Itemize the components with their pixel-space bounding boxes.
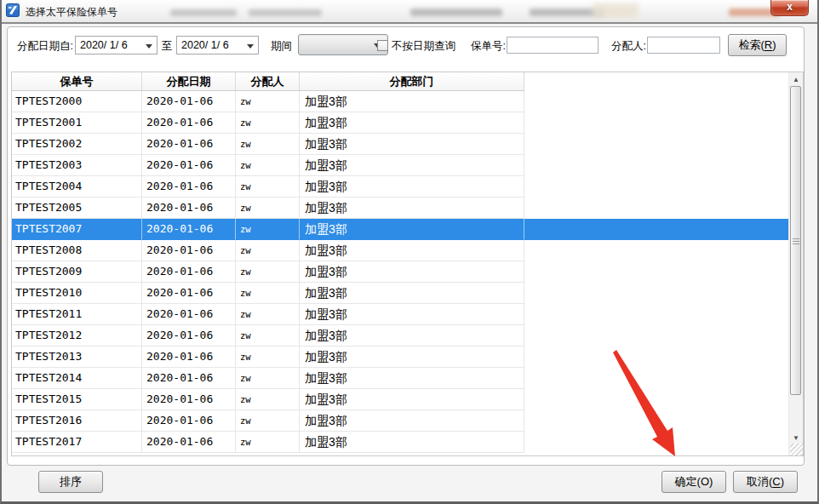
cell-dept: 加盟3部: [300, 432, 524, 453]
cell-date: 2020-01-06: [142, 410, 236, 432]
cell-dept: 加盟3部: [300, 112, 524, 134]
search-button-label: ): [772, 38, 776, 51]
table-row[interactable]: TPTEST20012020-01-06zw加盟3部: [12, 112, 789, 134]
column-header-assignee[interactable]: 分配人: [236, 72, 300, 91]
cell-policy: TPTEST2014: [12, 368, 142, 389]
cell-dept: 加盟3部: [300, 240, 524, 261]
scrollbar-up-icon[interactable]: ▲: [789, 75, 803, 85]
table-row[interactable]: TPTEST20042020-01-06zw加盟3部: [12, 176, 789, 198]
table-row[interactable]: TPTEST20092020-01-06zw加盟3部: [12, 261, 789, 283]
table-row[interactable]: TPTEST20032020-01-06zw加盟3部: [12, 155, 789, 176]
cell-dept: 加盟3部: [300, 410, 524, 432]
date-to-value: 2020/ 1/ 6: [181, 39, 229, 51]
cell-assignee: zw: [236, 261, 300, 283]
cell-policy: TPTEST2007: [12, 219, 142, 240]
cell-dept: 加盟3部: [300, 368, 524, 389]
table-row[interactable]: TPTEST20022020-01-06zw加盟3部: [12, 134, 789, 155]
date-to-picker[interactable]: 2020/ 1/ 6: [176, 36, 259, 54]
cell-date: 2020-01-06: [142, 155, 236, 176]
chevron-down-icon[interactable]: [247, 44, 254, 49]
cell-date: 2020-01-06: [142, 346, 236, 368]
column-header-filler: [524, 72, 789, 91]
search-button[interactable]: 检索(R): [728, 34, 787, 56]
cancel-button[interactable]: 取消(C): [733, 471, 798, 493]
cell-assignee: zw: [236, 410, 300, 432]
cell-dept: 加盟3部: [300, 219, 524, 240]
search-button-label: 检索(: [738, 38, 764, 51]
cell-assignee: zw: [236, 91, 300, 112]
cell-policy: TPTEST2005: [12, 198, 142, 219]
table-row[interactable]: TPTEST20122020-01-06zw加盟3部: [12, 325, 789, 346]
cell-filler: [524, 176, 789, 198]
column-header-policy[interactable]: 保单号: [12, 72, 142, 91]
cell-policy: TPTEST2017: [12, 432, 142, 453]
date-to-connector-label: 至: [162, 39, 173, 54]
assignee-input[interactable]: [647, 37, 720, 54]
cell-date: 2020-01-06: [142, 304, 236, 325]
cell-policy: TPTEST2008: [12, 240, 142, 261]
cell-dept: 加盟3部: [300, 261, 524, 283]
cell-assignee: zw: [236, 389, 300, 410]
policy-no-input[interactable]: [507, 37, 598, 54]
table-row[interactable]: TPTEST20072020-01-06zw加盟3部: [12, 219, 789, 240]
cell-date: 2020-01-06: [142, 389, 236, 410]
cell-dept: 加盟3部: [300, 325, 524, 346]
scrollbar-thumb[interactable]: [790, 86, 801, 395]
table-row[interactable]: TPTEST20152020-01-06zw加盟3部: [12, 389, 789, 410]
assignee-label: 分配人:: [611, 39, 646, 54]
watermark-blur: [593, 3, 639, 18]
window-title: 选择太平保险保单号: [26, 5, 117, 20]
table-row[interactable]: TPTEST20142020-01-06zw加盟3部: [12, 368, 789, 389]
watermark-blur: [170, 9, 237, 16]
cell-assignee: zw: [236, 112, 300, 134]
cell-assignee: zw: [236, 134, 300, 155]
cell-dept: 加盟3部: [300, 304, 524, 325]
app-icon: [6, 3, 20, 17]
period-combobox[interactable]: [298, 34, 388, 55]
cell-date: 2020-01-06: [142, 432, 236, 453]
cell-date: 2020-01-06: [142, 112, 236, 134]
cell-policy: TPTEST2001: [12, 112, 142, 134]
table-row[interactable]: TPTEST20102020-01-06zw加盟3部: [12, 283, 789, 304]
cell-filler: [524, 410, 789, 432]
cell-assignee: zw: [236, 198, 300, 219]
cell-policy: TPTEST2002: [12, 134, 142, 155]
cell-filler: [524, 389, 789, 410]
cell-filler: [524, 198, 789, 219]
cell-assignee: zw: [236, 155, 300, 176]
vertical-scrollbar[interactable]: ▲ ▼: [788, 72, 803, 455]
column-header-dept[interactable]: 分配部门: [300, 72, 524, 91]
column-header-date[interactable]: 分配日期: [142, 72, 236, 91]
cell-date: 2020-01-06: [142, 261, 236, 283]
table-row[interactable]: TPTEST20002020-01-06zw加盟3部: [12, 91, 789, 112]
table-row[interactable]: TPTEST20172020-01-06zw加盟3部: [12, 432, 789, 453]
table-row[interactable]: TPTEST20112020-01-06zw加盟3部: [12, 304, 789, 325]
chevron-down-icon[interactable]: [146, 44, 152, 49]
cell-filler: [524, 304, 789, 325]
table-row[interactable]: TPTEST20132020-01-06zw加盟3部: [12, 346, 789, 368]
cell-filler: [524, 219, 789, 240]
cancel-button-label: ): [781, 475, 784, 488]
cell-filler: [524, 283, 789, 304]
cell-assignee: zw: [236, 176, 300, 198]
table-row[interactable]: TPTEST20052020-01-06zw加盟3部: [12, 198, 789, 219]
cell-dept: 加盟3部: [300, 198, 524, 219]
cell-policy: TPTEST2012: [12, 325, 142, 346]
no-date-checkbox[interactable]: [377, 40, 388, 51]
cell-filler: [524, 432, 789, 453]
scrollbar-down-icon[interactable]: ▼: [789, 433, 803, 444]
table-row[interactable]: TPTEST20162020-01-06zw加盟3部: [12, 410, 789, 432]
cell-filler: [524, 346, 789, 368]
sort-button[interactable]: 排序: [38, 471, 103, 493]
cell-filler: [524, 155, 789, 176]
cell-date: 2020-01-06: [142, 283, 236, 304]
date-from-picker[interactable]: 2020/ 1/ 6: [75, 36, 158, 54]
cell-filler: [524, 134, 789, 155]
table-header: 保单号 分配日期 分配人 分配部门: [12, 72, 789, 91]
ok-button[interactable]: 确定(O): [662, 471, 726, 493]
table-row[interactable]: TPTEST20082020-01-06zw加盟3部: [12, 240, 789, 261]
cancel-button-label: 取消(: [747, 475, 772, 488]
cell-assignee: zw: [236, 368, 300, 389]
policy-table: 保单号 分配日期 分配人 分配部门 TPTEST20002020-01-06zw…: [11, 72, 804, 456]
close-button[interactable]: x: [770, 0, 809, 16]
